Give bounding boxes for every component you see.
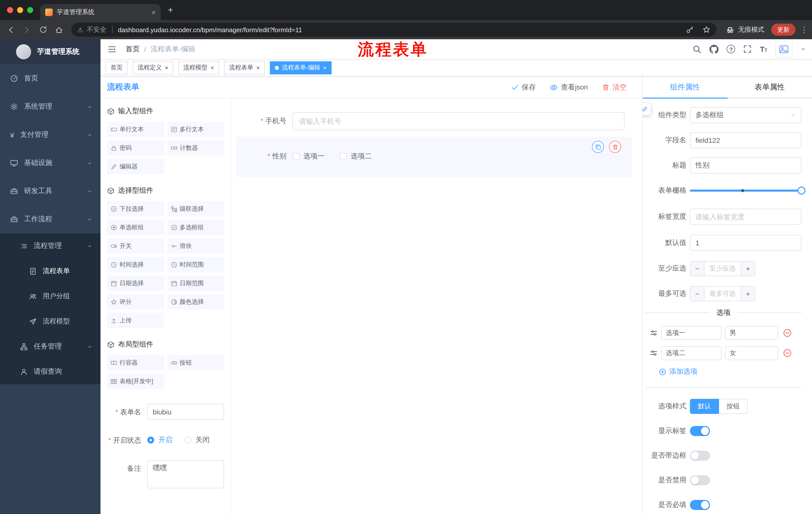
tab-component-props[interactable]: 组件属性 bbox=[643, 77, 727, 98]
palette-item-select[interactable]: 下拉选择 bbox=[107, 201, 164, 216]
sidebar-item-devtools[interactable]: 研发工具 bbox=[0, 177, 100, 205]
border-toggle[interactable] bbox=[690, 451, 710, 461]
decrease-button[interactable]: − bbox=[690, 262, 704, 276]
tab-form-props[interactable]: 表单属性 bbox=[727, 77, 812, 98]
clear-button[interactable]: 清空 bbox=[602, 83, 627, 92]
field-phone[interactable]: 手机号 bbox=[231, 112, 642, 130]
required-toggle[interactable] bbox=[690, 500, 710, 510]
increase-button[interactable]: + bbox=[741, 262, 755, 276]
sidebar-item-process-mgmt[interactable]: 流程管理 bbox=[0, 233, 100, 259]
bookmark-star-icon[interactable] bbox=[702, 26, 710, 34]
add-option-button[interactable]: 添加选项 bbox=[659, 367, 802, 376]
palette-item-date-range[interactable]: 日期范围 bbox=[167, 276, 224, 291]
field-gender-selected[interactable]: 性别 选项一 选项二 bbox=[236, 137, 632, 177]
palette-item-rate[interactable]: 评分 bbox=[107, 294, 164, 309]
decrease-button[interactable]: − bbox=[690, 287, 704, 301]
field-name-input[interactable] bbox=[690, 132, 802, 148]
show-label-toggle[interactable] bbox=[690, 426, 710, 436]
tag-process-form[interactable]: 流程表单 × bbox=[224, 61, 265, 74]
drag-handle-icon[interactable] bbox=[650, 329, 658, 337]
sidebar-item-infra[interactable]: 基础设施 bbox=[0, 149, 100, 177]
password-key-icon[interactable] bbox=[686, 26, 694, 34]
palette-item-time-range[interactable]: 时间范围 bbox=[167, 257, 224, 272]
close-icon[interactable]: × bbox=[165, 64, 168, 71]
status-off-radio[interactable]: 关闭 bbox=[184, 432, 209, 448]
palette-item-color-picker[interactable]: 颜色选择 bbox=[167, 294, 224, 309]
max-select-value[interactable]: 最多可选 bbox=[704, 287, 741, 301]
tag-process-form-edit[interactable]: 流程表单-编辑 × bbox=[270, 61, 331, 74]
drag-handle-icon[interactable] bbox=[650, 349, 658, 357]
new-tab-button[interactable]: + bbox=[168, 5, 173, 15]
option-value-input[interactable] bbox=[725, 326, 778, 340]
remove-option-icon[interactable] bbox=[783, 328, 792, 337]
palette-item-radio-group[interactable]: 单选框组 bbox=[107, 220, 164, 235]
palette-item-textarea[interactable]: 多行文本 bbox=[167, 122, 224, 137]
style-button-button[interactable]: 按钮 bbox=[719, 399, 748, 414]
sidebar-item-process-model[interactable]: 流程模型 bbox=[0, 309, 100, 334]
min-select-value[interactable]: 至少应选 bbox=[704, 262, 741, 276]
palette-item-upload[interactable]: 上传 bbox=[107, 313, 164, 328]
palette-item-table[interactable]: 表格[开发中] bbox=[107, 374, 164, 389]
form-grid-slider[interactable] bbox=[690, 183, 802, 199]
copy-field-button[interactable] bbox=[592, 141, 604, 153]
phone-input[interactable] bbox=[292, 112, 625, 130]
sidebar-fold-icon[interactable] bbox=[108, 45, 117, 54]
sidebar-item-task-mgmt[interactable]: 任务管理 bbox=[0, 334, 100, 359]
form-name-input[interactable] bbox=[147, 404, 224, 420]
close-icon[interactable]: × bbox=[323, 64, 327, 71]
palette-item-editor[interactable]: 编辑器 bbox=[107, 159, 164, 174]
link-icon[interactable] bbox=[642, 103, 651, 115]
palette-item-cascader[interactable]: 级联选择 bbox=[167, 201, 224, 216]
tag-home[interactable]: 首页 bbox=[106, 61, 127, 74]
style-default-button[interactable]: 默认 bbox=[690, 399, 719, 414]
palette-item-time-picker[interactable]: 时间选择 bbox=[107, 257, 164, 272]
option-value-input[interactable] bbox=[725, 346, 778, 360]
sidebar-item-process-form[interactable]: 流程表单 bbox=[0, 259, 100, 283]
search-icon[interactable] bbox=[693, 45, 702, 54]
breadcrumb-home[interactable]: 首页 bbox=[126, 45, 140, 54]
browser-tab[interactable]: 芋道管理系统 × bbox=[40, 4, 161, 20]
tag-process-definition[interactable]: 流程定义 × bbox=[133, 61, 173, 74]
update-button[interactable]: 更新 bbox=[771, 24, 795, 36]
palette-item-single-line-text[interactable]: 单行文本 bbox=[107, 122, 164, 137]
save-button[interactable]: 保存 bbox=[511, 83, 536, 92]
palette-item-switch[interactable]: 开关 bbox=[107, 238, 164, 253]
option-label-input[interactable] bbox=[661, 346, 722, 360]
increase-button[interactable]: + bbox=[741, 287, 755, 301]
gender-option1-checkbox[interactable]: 选项一 bbox=[292, 152, 325, 161]
palette-item-checkbox-group[interactable]: 多选框组 bbox=[167, 220, 224, 235]
tab-close-icon[interactable]: × bbox=[151, 8, 156, 16]
avatar-caret-down-icon[interactable] bbox=[801, 46, 806, 52]
default-value-input[interactable] bbox=[690, 235, 802, 251]
sidebar-item-leave-query[interactable]: 请假查询 bbox=[0, 359, 100, 384]
option-label-input[interactable] bbox=[661, 326, 722, 340]
component-type-select[interactable]: 多选框组 bbox=[690, 107, 802, 123]
security-label[interactable]: 不安全 bbox=[87, 25, 106, 34]
palette-item-counter[interactable]: 123计数器 bbox=[167, 140, 224, 155]
remove-option-icon[interactable] bbox=[783, 349, 792, 358]
title-input[interactable] bbox=[690, 157, 802, 173]
minimize-window-button[interactable] bbox=[17, 7, 23, 13]
view-json-button[interactable]: 查看json bbox=[550, 83, 588, 92]
close-icon[interactable]: × bbox=[210, 64, 214, 71]
close-window-button[interactable] bbox=[7, 7, 13, 13]
palette-item-button[interactable]: 按钮 bbox=[167, 355, 224, 370]
close-icon[interactable]: × bbox=[256, 64, 260, 71]
palette-item-date-picker[interactable]: 日期选择 bbox=[107, 276, 164, 291]
label-width-input[interactable] bbox=[690, 209, 802, 225]
forward-icon[interactable] bbox=[20, 23, 34, 37]
reload-icon[interactable] bbox=[36, 23, 50, 37]
palette-item-password[interactable]: 密码 bbox=[107, 140, 164, 155]
sidebar-item-home[interactable]: 首页 bbox=[0, 64, 100, 92]
delete-field-button[interactable] bbox=[609, 141, 621, 153]
palette-item-slider[interactable]: 滑块 bbox=[167, 238, 224, 253]
fullscreen-icon[interactable] bbox=[744, 45, 752, 53]
disabled-toggle[interactable] bbox=[690, 475, 710, 485]
sidebar-item-payment[interactable]: ¥ 支付管理 bbox=[0, 121, 100, 149]
browser-menu-icon[interactable]: ⋮ bbox=[801, 25, 808, 34]
user-avatar[interactable] bbox=[775, 40, 792, 58]
font-size-icon[interactable]: TT bbox=[760, 45, 767, 53]
sidebar-item-user-group[interactable]: 用户分组 bbox=[0, 283, 100, 309]
tag-process-model[interactable]: 流程模型 × bbox=[178, 61, 219, 74]
github-icon[interactable] bbox=[710, 45, 719, 54]
